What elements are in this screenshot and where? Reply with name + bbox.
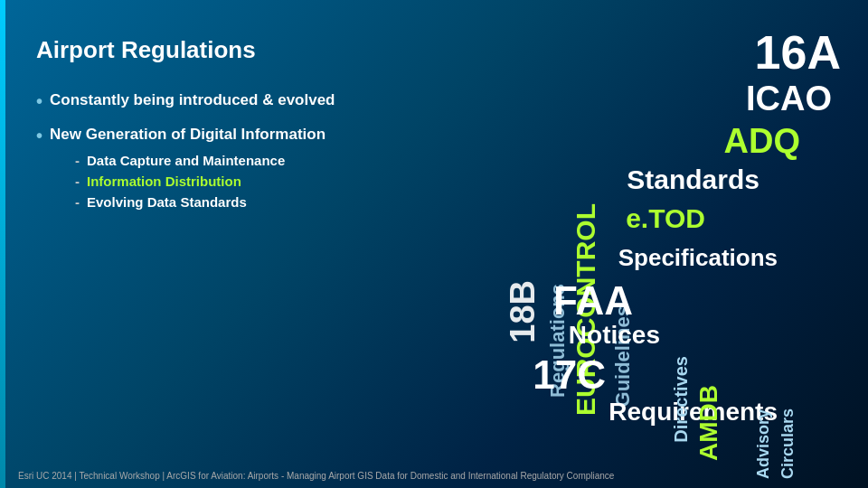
sub-bullet-3: - Evolving Data Standards	[75, 194, 326, 210]
sub-bullet-3-text: Evolving Data Standards	[87, 194, 247, 210]
sub-bullet-1-text: Data Capture and Maintenance	[87, 153, 285, 168]
sub-bullet-1: - Data Capture and Maintenance	[75, 153, 326, 168]
bullet-1: • Constantly being introduced & evolved	[36, 91, 470, 111]
bullet-dot-2: •	[36, 126, 42, 145]
dash-1: -	[75, 153, 80, 168]
label-faa: FAA	[553, 278, 633, 324]
label-icao: ICAO	[746, 80, 832, 118]
sub-bullet-2: - Information Distribution	[75, 174, 326, 189]
sub-bullets: - Data Capture and Maintenance - Informa…	[75, 153, 326, 210]
label-specifications: Specifications	[618, 244, 778, 272]
left-content: Airport Regulations • Constantly being i…	[36, 36, 470, 230]
label-standards: Standards	[627, 164, 760, 195]
bullet-1-text: Constantly being introduced & evolved	[50, 91, 335, 109]
accent-line	[0, 0, 5, 488]
page-title: Airport Regulations	[36, 36, 470, 64]
bullet-2: • New Generation of Digital Information …	[36, 126, 470, 215]
bullet-2-text: New Generation of Digital Information	[50, 126, 326, 143]
label-18b: 18B	[504, 280, 542, 343]
label-adq: ADQ	[724, 122, 800, 161]
label-amdb: AMDB	[694, 385, 723, 461]
label-16a: 16A	[755, 25, 841, 80]
label-directives: Directives	[671, 356, 692, 443]
label-advisory: Advisory	[754, 409, 773, 479]
dash-2: -	[75, 174, 80, 189]
label-17c: 17C	[533, 352, 606, 398]
word-cloud: 18B Regulations EUROCONTROL Guidelines 1…	[488, 0, 868, 488]
dash-3: -	[75, 194, 80, 210]
label-requirements: Requirements	[609, 398, 778, 427]
footer-text: Esri UC 2014 | Technical Workshop | ArcG…	[18, 471, 614, 481]
bullet-dot-1: •	[36, 91, 42, 111]
sub-bullet-2-text: Information Distribution	[87, 174, 241, 189]
footer: Esri UC 2014 | Technical Workshop | ArcG…	[18, 471, 614, 481]
slide: Airport Regulations • Constantly being i…	[0, 0, 868, 488]
label-etod: e.TOD	[626, 203, 705, 234]
label-notices: Notices	[569, 321, 660, 350]
word-cloud-container: 18B Regulations EUROCONTROL Guidelines 1…	[488, 0, 868, 488]
label-circulars: Circulars	[778, 408, 797, 479]
